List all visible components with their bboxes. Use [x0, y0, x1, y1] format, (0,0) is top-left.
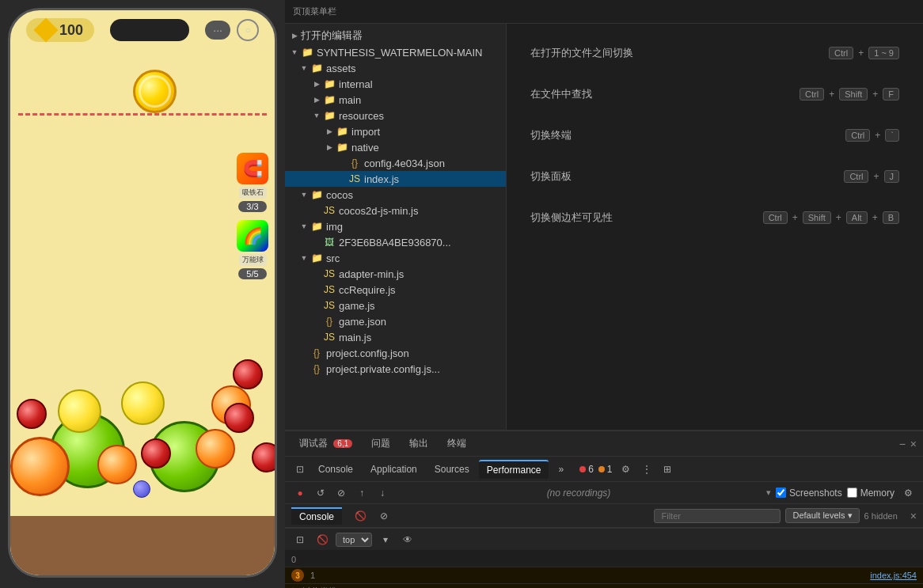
phone-controls: ··· ○: [205, 19, 259, 41]
tab-debugger[interactable]: 调试器 6,1: [291, 434, 360, 453]
console-source-btn[interactable]: ⊡: [291, 531, 309, 548]
tree-game-js[interactable]: ▶ JS game.js: [285, 298, 506, 313]
fruit-cherry-5: [252, 442, 277, 472]
settings-btn[interactable]: ⚙: [617, 461, 635, 478]
fruit-cherry-1: [17, 399, 47, 429]
upload-btn[interactable]: ↑: [353, 484, 370, 502]
score-diamond-icon: [33, 17, 58, 42]
tree-cocos[interactable]: ▼ 📁 cocos: [285, 187, 506, 203]
devtools: 调试器 6,1 问题 输出 终端 − × ⊡ Console: [285, 430, 923, 588]
tab-output[interactable]: 输出: [401, 434, 436, 453]
perf-tab-performance[interactable]: Performance: [479, 460, 549, 479]
tree-config-json[interactable]: ▶ {} config.4e034.json: [285, 155, 506, 171]
cocos2d-label: cocos2d-js-min.js: [339, 205, 418, 217]
perf-tab-more-label: »: [558, 464, 564, 475]
tab-terminal[interactable]: 终端: [439, 434, 474, 453]
shortcut-row-3: 切换面板 Ctrl + J: [530, 163, 899, 190]
main-js-label: main.js: [339, 332, 371, 343]
error-count: 6: [579, 464, 594, 475]
console-close-btn[interactable]: ×: [910, 510, 917, 522]
fruit-cherry-3: [233, 359, 263, 389]
tree-project-private[interactable]: ▶ {} project.private.config.js...: [285, 361, 506, 377]
filter-input[interactable]: [654, 509, 781, 523]
key-num-0: 1 ~ 9: [868, 47, 899, 59]
tree-adapter[interactable]: ▶ JS adapter-min.js: [285, 266, 506, 282]
memory-checkbox[interactable]: [847, 487, 857, 498]
perf-tab-sources[interactable]: Sources: [427, 461, 477, 478]
perf-top-controls: ⚙ ⋮ ⊞: [617, 461, 676, 478]
tree-resources[interactable]: ▼ 📁 resources: [285, 108, 506, 123]
perf-tab-more[interactable]: »: [550, 461, 572, 478]
open-editor-arrow: ▶: [288, 29, 301, 42]
game-json-label: game.json: [339, 316, 386, 328]
tree-native[interactable]: ▶ 📁 native: [285, 139, 506, 155]
tree-root[interactable]: ▼ 📁 SYNTHESIS_WATERMELON-MAIN: [285, 44, 506, 60]
editor-panel: 页顶菜单栏 ▶ 打开的编辑器 ▼ 📁 SYNTHESIS_WATERMELON-…: [285, 0, 923, 588]
more-options-btn[interactable]: ⋮: [638, 461, 655, 478]
console-title-tab[interactable]: Console: [291, 507, 342, 525]
tree-open-editor[interactable]: ▶ 打开的编辑器: [285, 27, 506, 44]
tab-debugger-label: 调试器: [299, 438, 328, 449]
game-js-label: game.js: [339, 300, 375, 312]
perf-tab-application-label: Application: [370, 464, 417, 475]
main-arrow: ▶: [310, 93, 323, 106]
tree-img-file[interactable]: ▶ 🖼 2F3E6B8A4BE936870...: [285, 234, 506, 250]
source-dropdown-btn[interactable]: ▾: [377, 531, 394, 548]
console-section: Console 🚫 ⊘ Default levels ▾ 6 hidden ×: [285, 504, 923, 588]
download-btn[interactable]: ↓: [374, 484, 391, 502]
perf-tab-application[interactable]: Application: [363, 461, 425, 478]
fruit-lemon-2: [58, 389, 101, 433]
src-label: src: [326, 252, 340, 264]
levels-dropdown[interactable]: Default levels ▾: [785, 508, 859, 523]
key-ctrl-1: Ctrl: [800, 88, 824, 101]
tree-src[interactable]: ▼ 📁 src: [285, 250, 506, 266]
error-dot: [579, 466, 586, 472]
eye-btn[interactable]: 👁: [399, 531, 416, 548]
console-filter-btn[interactable]: ⊘: [375, 507, 393, 525]
tree-internal[interactable]: ▶ 📁 internal: [285, 76, 506, 92]
clear-btn[interactable]: ⊘: [332, 484, 350, 502]
editor-main: ▶ 打开的编辑器 ▼ 📁 SYNTHESIS_WATERMELON-MAIN ▼…: [285, 24, 923, 430]
side-item-magnet[interactable]: 🧲 吸铁石 3/3: [237, 153, 268, 212]
console-clear-btn[interactable]: 🚫: [351, 507, 369, 525]
cursor-tool[interactable]: ⊡: [291, 461, 309, 478]
img-label: img: [326, 221, 343, 233]
close-devtools-btn[interactable]: ×: [910, 438, 917, 450]
record-btn[interactable]: ●: [291, 484, 309, 502]
tree-cocos2d[interactable]: ▶ JS cocos2d-js-min.js: [285, 203, 506, 218]
dock-btn[interactable]: ⊞: [659, 461, 676, 478]
perf-tab-console[interactable]: Console: [310, 461, 361, 478]
entry-link-1[interactable]: index.js:454: [870, 571, 917, 580]
project-config-icon: {}: [310, 347, 323, 359]
tab-problems[interactable]: 问题: [363, 434, 398, 453]
source-select[interactable]: top: [336, 533, 372, 547]
screenshots-checkbox[interactable]: [776, 487, 786, 498]
tree-game-json[interactable]: ▶ {} game.json: [285, 313, 506, 329]
perf-settings-btn[interactable]: ⚙: [899, 484, 917, 502]
tree-project-config[interactable]: ▶ {} project.config.json: [285, 345, 506, 361]
reload-btn[interactable]: ↺: [312, 484, 329, 502]
project-private-icon: {}: [310, 362, 323, 375]
screenshots-label[interactable]: Screenshots: [776, 487, 842, 499]
fruit-orange-large: [10, 437, 70, 496]
minimize-btn[interactable]: −: [899, 438, 906, 450]
native-arrow: ▶: [323, 141, 336, 154]
shortcuts-panel: 在打开的文件之间切换 Ctrl + 1 ~ 9 在文件中查找 Ctrl + Sh…: [507, 24, 923, 430]
memory-label[interactable]: Memory: [847, 487, 895, 499]
index-js-icon: JS: [348, 173, 361, 185]
console-block-btn[interactable]: 🚫: [313, 531, 331, 548]
tree-img[interactable]: ▼ 📁 img: [285, 218, 506, 234]
tree-index-js[interactable]: ▶ JS index.js: [285, 171, 506, 187]
magnet-count: 3/3: [238, 201, 266, 212]
tree-main-js[interactable]: ▶ JS main.js: [285, 329, 506, 345]
tab-problems-label: 问题: [371, 438, 390, 449]
shortcut-desc-0: 在打开的文件之间切换: [530, 46, 633, 60]
tree-main[interactable]: ▶ 📁 main: [285, 92, 506, 108]
tree-ccrequire[interactable]: ▶ JS ccRequire.js: [285, 282, 506, 298]
topbar-title: 页顶菜单栏: [293, 6, 336, 17]
game-screen: 100 ··· ○ 🧲 吸铁石 3/3 🌈 万能球 5: [8, 8, 277, 578]
resources-arrow: ▼: [310, 109, 323, 122]
tree-import[interactable]: ▶ 📁 import: [285, 123, 506, 139]
tree-assets[interactable]: ▼ 📁 assets: [285, 60, 506, 76]
native-label: native: [351, 142, 379, 154]
